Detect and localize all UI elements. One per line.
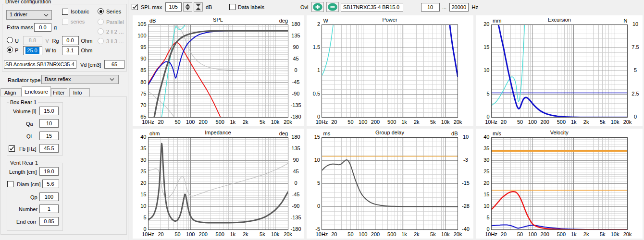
svg-text:1k: 1k [401, 231, 407, 237]
svg-text:35: 35 [483, 145, 489, 151]
svg-text:50: 50 [347, 119, 353, 125]
svg-text:15: 15 [483, 192, 489, 197]
svg-text:200: 200 [199, 231, 208, 237]
svg-text:15: 15 [483, 44, 489, 50]
svg-text:10Hz: 10Hz [142, 231, 154, 237]
svg-text:0: 0 [634, 114, 637, 120]
svg-text:200: 200 [199, 119, 208, 125]
svg-text:85: 85 [140, 67, 146, 73]
svg-text:30: 30 [483, 157, 489, 163]
svg-text:100: 100 [186, 231, 195, 237]
svg-text:10k: 10k [611, 119, 619, 125]
svg-text:deg: deg [279, 131, 288, 136]
svg-text:200: 200 [371, 231, 380, 237]
svg-text:5k: 5k [600, 231, 606, 237]
svg-text:45: 45 [293, 168, 298, 174]
svg-text:70: 70 [140, 102, 146, 108]
svg-text:2: 2 [317, 21, 320, 27]
svg-text:dB: dB [149, 18, 156, 24]
svg-text:90: 90 [140, 56, 146, 61]
svg-text:40: 40 [140, 134, 146, 140]
svg-text:Excursion: Excursion [548, 17, 571, 23]
svg-text:10: 10 [483, 67, 489, 73]
svg-text:-40: -40 [462, 226, 470, 232]
svg-text:10k: 10k [271, 231, 280, 237]
svg-text:50: 50 [517, 231, 523, 237]
svg-text:100: 100 [186, 119, 195, 125]
svg-text:10: 10 [483, 203, 489, 209]
svg-text:20: 20 [331, 231, 337, 237]
svg-text:-90: -90 [292, 203, 300, 209]
svg-text:-28: -28 [462, 203, 470, 209]
svg-text:10: 10 [140, 203, 146, 209]
svg-text:2k: 2k [583, 119, 589, 125]
svg-text:100: 100 [528, 119, 537, 125]
svg-text:20: 20 [483, 180, 489, 186]
svg-text:10Hz: 10Hz [485, 231, 497, 237]
svg-text:deg: deg [279, 18, 288, 24]
svg-text:135: 135 [291, 33, 300, 38]
svg-text:50: 50 [174, 231, 180, 237]
svg-text:N: N [624, 18, 628, 24]
svg-text:1k: 1k [571, 119, 577, 125]
svg-text:7.5: 7.5 [632, 44, 639, 50]
svg-text:2k: 2k [243, 119, 248, 125]
svg-text:5k: 5k [430, 119, 436, 125]
svg-text:2k: 2k [414, 119, 420, 125]
svg-text:1k: 1k [230, 231, 235, 237]
svg-text:0: 0 [294, 67, 297, 73]
svg-text:Power: Power [382, 17, 397, 23]
svg-text:ohm: ohm [149, 131, 160, 136]
svg-text:20: 20 [140, 180, 146, 186]
svg-text:15: 15 [140, 192, 146, 197]
svg-text:200: 200 [541, 119, 549, 125]
svg-text:2k: 2k [583, 231, 589, 237]
svg-text:20k: 20k [284, 231, 292, 237]
svg-text:10: 10 [314, 157, 320, 163]
svg-text:50: 50 [517, 119, 523, 125]
svg-text:20k: 20k [623, 231, 632, 237]
svg-text:10k: 10k [271, 119, 280, 125]
svg-text:dB: dB [451, 131, 458, 136]
svg-text:20k: 20k [284, 119, 292, 125]
svg-text:10k: 10k [441, 231, 450, 237]
svg-text:105: 105 [137, 21, 146, 27]
svg-text:20: 20 [501, 231, 507, 237]
svg-text:5: 5 [143, 215, 146, 220]
svg-text:50: 50 [347, 231, 353, 237]
svg-text:mm: mm [493, 18, 501, 24]
svg-text:500: 500 [387, 119, 396, 125]
svg-text:5: 5 [317, 180, 320, 186]
svg-text:5k: 5k [430, 231, 436, 237]
svg-text:5: 5 [486, 215, 489, 220]
svg-text:30: 30 [140, 157, 146, 163]
svg-text:135: 135 [291, 145, 300, 151]
svg-text:20: 20 [501, 119, 507, 125]
svg-text:SPL: SPL [213, 17, 223, 23]
svg-text:1k: 1k [571, 231, 577, 237]
svg-text:95: 95 [140, 44, 146, 50]
svg-text:100: 100 [137, 33, 146, 38]
svg-text:10k: 10k [441, 119, 450, 125]
svg-text:ms: ms [323, 131, 331, 136]
svg-text:10: 10 [463, 134, 469, 140]
svg-text:10k: 10k [611, 231, 619, 237]
svg-text:0.5: 0.5 [313, 91, 320, 96]
svg-text:5k: 5k [600, 119, 606, 125]
svg-text:1k: 1k [401, 119, 407, 125]
svg-text:5: 5 [486, 91, 489, 96]
svg-text:10: 10 [632, 21, 638, 27]
svg-text:Velocity: Velocity [550, 130, 569, 135]
svg-text:5: 5 [634, 67, 637, 73]
svg-text:20k: 20k [623, 119, 632, 125]
svg-text:20: 20 [483, 21, 489, 27]
svg-text:-90: -90 [292, 91, 300, 96]
svg-text:500: 500 [216, 119, 224, 125]
svg-text:10Hz: 10Hz [316, 119, 328, 125]
svg-text:500: 500 [557, 231, 566, 237]
svg-text:m/s: m/s [493, 131, 501, 136]
svg-text:-3: -3 [463, 157, 468, 163]
svg-text:Group delay: Group delay [375, 130, 404, 135]
svg-text:-135: -135 [290, 102, 301, 108]
svg-text:1: 1 [317, 67, 320, 73]
